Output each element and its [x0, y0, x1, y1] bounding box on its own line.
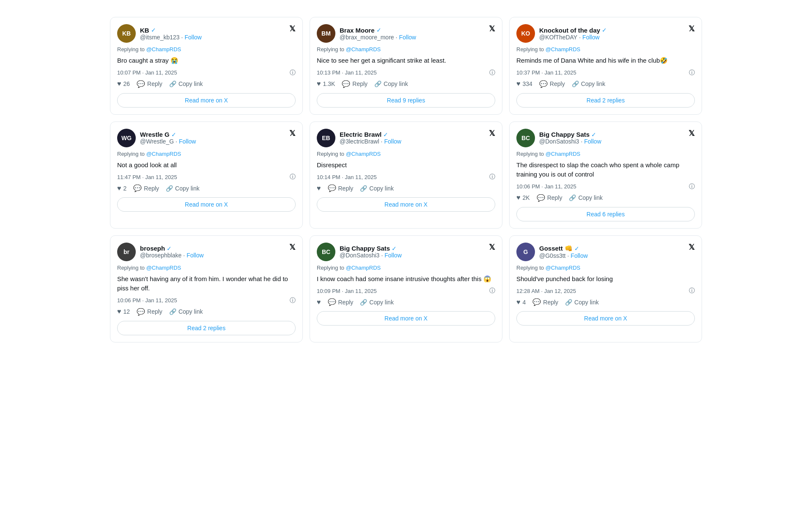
reply-button[interactable]: 💬 Reply: [539, 80, 565, 88]
tweet-actions: ♥ 12 💬 Reply 🔗 Copy link: [117, 308, 296, 316]
read-more-button[interactable]: Read more on X: [117, 197, 296, 212]
follow-link[interactable]: Follow: [184, 34, 201, 41]
reply-icon: 💬: [137, 80, 145, 88]
like-count: 2: [123, 185, 127, 192]
reply-button[interactable]: 💬 Reply: [137, 80, 162, 88]
x-logo-icon[interactable]: 𝕏: [689, 243, 695, 252]
reply-label: Reply: [147, 308, 162, 315]
tweet-actions: ♥ 💬 Reply 🔗 Copy link: [317, 298, 495, 306]
tweet-time-row: 10:06 PM · Jan 11, 2025 ⓘ: [117, 297, 296, 304]
read-more-button[interactable]: Read 2 replies: [117, 321, 296, 335]
tweet-timestamp: 10:07 PM · Jan 11, 2025: [117, 69, 177, 76]
follow-link[interactable]: Follow: [384, 252, 401, 259]
copy-link-label: Copy link: [178, 308, 203, 315]
x-logo-icon[interactable]: 𝕏: [689, 24, 695, 33]
reply-label: Reply: [147, 80, 162, 87]
copy-link-button[interactable]: 🔗 Copy link: [169, 308, 203, 315]
info-icon[interactable]: ⓘ: [290, 297, 296, 304]
handle-follow: @G0ss3tt · Follow: [539, 252, 588, 259]
tweet-header: BC Big Chappy Sats ✓ @DonSatoshi3 · Foll…: [317, 243, 495, 261]
tweet-header-left: br broseph ✓ @brosephblake · Follow: [117, 243, 204, 261]
link-icon: 🔗: [374, 80, 381, 87]
like-button[interactable]: ♥ 1.3K: [317, 80, 335, 88]
follow-link[interactable]: Follow: [584, 138, 601, 145]
x-logo-icon[interactable]: 𝕏: [489, 129, 495, 138]
verified-icon: ✓: [171, 131, 176, 138]
tweet-header: KO Knockout of the day ✓ @KOfTheDAY · Fo…: [516, 24, 695, 43]
reply-button[interactable]: 💬 Reply: [137, 308, 162, 316]
info-icon[interactable]: ⓘ: [489, 173, 495, 181]
follow-link[interactable]: Follow: [399, 34, 416, 41]
x-logo-icon[interactable]: 𝕏: [289, 243, 296, 252]
like-button[interactable]: ♥ 2K: [516, 194, 530, 202]
copy-link-button[interactable]: 🔗 Copy link: [565, 299, 599, 306]
handle: @3lectricBrawl: [340, 138, 379, 145]
info-icon[interactable]: ⓘ: [489, 287, 495, 295]
like-button[interactable]: ♥ 26: [117, 80, 130, 88]
info-icon[interactable]: ⓘ: [689, 183, 695, 190]
tweet-time-row: 10:37 PM · Jan 11, 2025 ⓘ: [516, 69, 695, 77]
like-button[interactable]: ♥ 12: [117, 308, 130, 315]
reply-button[interactable]: 💬 Reply: [133, 184, 159, 192]
reply-button[interactable]: 💬 Reply: [537, 194, 562, 202]
reply-icon: 💬: [342, 80, 350, 88]
tweet-header-left: BM Brax Moore ✓ @brax_moore_more · Follo…: [317, 24, 416, 43]
x-logo-icon[interactable]: 𝕏: [489, 243, 495, 252]
like-button[interactable]: ♥: [317, 298, 321, 306]
reply-label: Reply: [550, 80, 565, 87]
read-more-button[interactable]: Read 2 replies: [516, 93, 695, 108]
info-icon[interactable]: ⓘ: [489, 69, 495, 77]
x-logo-icon[interactable]: 𝕏: [289, 24, 296, 33]
info-icon[interactable]: ⓘ: [689, 69, 695, 77]
read-more-button[interactable]: Read more on X: [317, 197, 495, 212]
read-more-button[interactable]: Read 9 replies: [317, 93, 495, 108]
tweet-text: I know coach had some insane intrusive t…: [317, 274, 495, 284]
reply-icon: 💬: [133, 184, 142, 192]
like-count: 4: [523, 299, 526, 306]
copy-link-button[interactable]: 🔗 Copy link: [374, 80, 408, 87]
x-logo-icon[interactable]: 𝕏: [289, 129, 296, 138]
read-more-button[interactable]: Read more on X: [317, 311, 495, 326]
reply-button[interactable]: 💬 Reply: [532, 298, 558, 306]
copy-link-button[interactable]: 🔗 Copy link: [572, 80, 606, 87]
copy-link-button[interactable]: 🔗 Copy link: [166, 185, 200, 192]
link-icon: 🔗: [569, 194, 576, 201]
handle: @brax_moore_more: [340, 34, 394, 41]
like-button[interactable]: ♥: [317, 185, 321, 192]
tweet-header-left: EB Electric Brawl ✓ @3lectricBrawl · Fol…: [317, 129, 401, 147]
verified-icon: ✓: [392, 245, 397, 252]
read-more-button[interactable]: Read more on X: [516, 311, 695, 326]
reply-button[interactable]: 💬 Reply: [342, 80, 368, 88]
tweet-card: EB Electric Brawl ✓ @3lectricBrawl · Fol…: [310, 121, 502, 229]
tweet-time-row: 10:13 PM · Jan 11, 2025 ⓘ: [317, 69, 495, 77]
tweet-card: BM Brax Moore ✓ @brax_moore_more · Follo…: [310, 17, 502, 115]
follow-link[interactable]: Follow: [571, 252, 587, 259]
info-icon[interactable]: ⓘ: [290, 69, 296, 77]
like-button[interactable]: ♥ 4: [516, 298, 526, 306]
reply-button[interactable]: 💬 Reply: [328, 184, 354, 192]
replying-to-handle: @ChampRDS: [346, 46, 381, 52]
reply-button[interactable]: 💬 Reply: [328, 298, 354, 306]
follow-link[interactable]: Follow: [187, 252, 203, 259]
copy-link-button[interactable]: 🔗 Copy link: [569, 194, 603, 201]
like-button[interactable]: ♥ 334: [516, 80, 532, 88]
read-more-button[interactable]: Read more on X: [117, 93, 296, 108]
tweet-text: Reminds me of Dana White and his wife in…: [516, 56, 695, 66]
follow-link[interactable]: Follow: [179, 138, 196, 145]
x-logo-icon[interactable]: 𝕏: [489, 24, 495, 33]
copy-link-label: Copy link: [369, 299, 394, 306]
follow-link[interactable]: Follow: [384, 138, 401, 145]
info-icon[interactable]: ⓘ: [290, 173, 296, 181]
x-logo-icon[interactable]: 𝕏: [689, 129, 695, 138]
copy-link-button[interactable]: 🔗 Copy link: [360, 299, 394, 306]
follow-link[interactable]: Follow: [582, 34, 599, 41]
reply-icon: 💬: [537, 194, 545, 202]
read-more-button[interactable]: Read 6 replies: [516, 207, 695, 221]
avatar-initials: EB: [322, 135, 330, 141]
copy-link-button[interactable]: 🔗 Copy link: [169, 80, 203, 87]
copy-link-label: Copy link: [578, 194, 603, 201]
like-button[interactable]: ♥ 2: [117, 185, 126, 192]
copy-link-button[interactable]: 🔗 Copy link: [360, 185, 394, 192]
avatar: KB: [117, 24, 136, 43]
info-icon[interactable]: ⓘ: [689, 287, 695, 295]
